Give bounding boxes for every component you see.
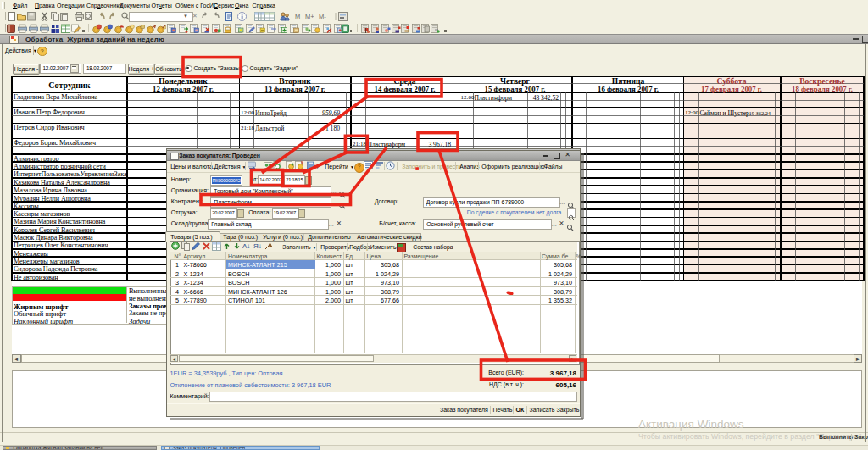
svg-text:Я↓: Я↓ [253, 242, 262, 250]
svg-text:А↓: А↓ [242, 242, 250, 250]
